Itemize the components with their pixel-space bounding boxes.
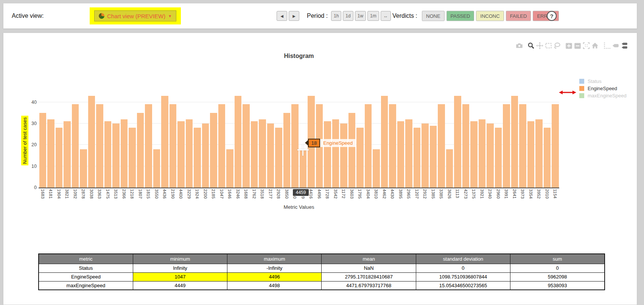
histogram-bar[interactable] bbox=[218, 104, 226, 188]
camera-icon[interactable] bbox=[516, 42, 523, 49]
histogram-bar[interactable] bbox=[112, 124, 120, 188]
histogram-bar[interactable] bbox=[479, 119, 486, 188]
histogram-bar[interactable] bbox=[356, 128, 364, 188]
period-1m-button[interactable]: 1m bbox=[367, 11, 379, 21]
histogram-bar[interactable] bbox=[446, 149, 453, 188]
lasso-select-icon[interactable] bbox=[554, 42, 561, 49]
x-tick-label: 1385 bbox=[431, 189, 436, 199]
histogram-bar[interactable] bbox=[202, 124, 209, 188]
verdict-failed-button[interactable]: FAILED bbox=[506, 11, 531, 21]
histogram-bar[interactable] bbox=[535, 119, 543, 188]
help-icon[interactable]: ? bbox=[547, 11, 557, 21]
histogram-bar[interactable] bbox=[527, 121, 535, 188]
table-row: StatusInfinity-InfinityNaN00 bbox=[39, 264, 605, 272]
histogram-bar[interactable] bbox=[137, 113, 144, 188]
hover-closest-icon[interactable] bbox=[612, 42, 619, 49]
histogram-bar[interactable] bbox=[283, 113, 291, 188]
histogram-bar[interactable] bbox=[405, 119, 412, 188]
pan-icon[interactable] bbox=[536, 42, 543, 49]
histogram-bar[interactable] bbox=[373, 149, 380, 188]
period-reset-button[interactable]: ↔ bbox=[381, 11, 391, 21]
histogram-bar[interactable] bbox=[291, 104, 299, 188]
histogram-bar[interactable] bbox=[153, 149, 160, 188]
histogram-bar[interactable] bbox=[397, 121, 404, 188]
histogram-bar[interactable] bbox=[365, 104, 372, 188]
histogram-bar[interactable] bbox=[259, 119, 266, 188]
histogram-bar[interactable] bbox=[381, 96, 388, 188]
histogram-bar[interactable] bbox=[104, 121, 112, 188]
histogram-bar[interactable] bbox=[414, 128, 421, 188]
x-tick-label: 1924 bbox=[195, 189, 199, 199]
x-tick-label: 3385 bbox=[439, 189, 443, 199]
verdict-none-button[interactable]: NONE bbox=[422, 11, 445, 21]
zoom-icon[interactable] bbox=[527, 42, 535, 49]
plot-area[interactable]: 18 EngineSpeed 4459 bbox=[39, 94, 559, 188]
histogram-bar[interactable] bbox=[470, 121, 478, 188]
histogram-bar[interactable] bbox=[170, 104, 177, 188]
histogram-bar[interactable] bbox=[267, 124, 274, 188]
histogram-bar[interactable] bbox=[324, 121, 331, 188]
histogram-bar[interactable] bbox=[161, 96, 168, 188]
view-selector-dropdown[interactable]: Chart view (PREVIEW) ▼ bbox=[94, 11, 176, 22]
histogram-bar[interactable] bbox=[210, 113, 217, 188]
histogram-bar[interactable] bbox=[72, 104, 79, 188]
period-1h-button[interactable]: 1h bbox=[331, 11, 341, 21]
box-select-icon[interactable] bbox=[545, 42, 552, 49]
histogram-bar[interactable] bbox=[544, 128, 551, 188]
histogram-bar[interactable] bbox=[235, 96, 242, 188]
histogram-bar[interactable] bbox=[340, 124, 347, 188]
x-tick-label: 3246 bbox=[236, 189, 240, 199]
histogram-bar[interactable] bbox=[226, 149, 233, 188]
histogram-bar[interactable] bbox=[121, 119, 128, 188]
x-tick-label: 1815 bbox=[146, 189, 151, 199]
histogram-bar[interactable] bbox=[430, 126, 437, 188]
histogram-bar[interactable] bbox=[56, 128, 63, 188]
histogram-bar[interactable] bbox=[177, 121, 185, 188]
histogram-bar[interactable] bbox=[64, 121, 71, 188]
previous-period-button[interactable]: ◀ bbox=[277, 11, 287, 21]
histogram-bar[interactable] bbox=[47, 119, 54, 188]
x-tick-label: 1728 bbox=[325, 189, 330, 199]
histogram-bar[interactable] bbox=[552, 104, 559, 188]
histogram-bar[interactable] bbox=[454, 96, 461, 188]
histogram-bar[interactable] bbox=[511, 96, 518, 188]
spike-lines-icon[interactable] bbox=[603, 42, 610, 49]
period-1d-button[interactable]: 1d bbox=[343, 11, 353, 21]
histogram-bar[interactable] bbox=[348, 113, 356, 188]
histogram-bar[interactable] bbox=[503, 104, 510, 188]
histogram-bar[interactable] bbox=[96, 104, 103, 188]
histogram-bar[interactable] bbox=[186, 119, 193, 188]
verdict-inconc-button[interactable]: INCONC bbox=[476, 11, 504, 21]
verdict-passed-button[interactable]: PASSED bbox=[446, 11, 474, 21]
histogram-bar[interactable] bbox=[39, 113, 47, 188]
histogram-bar[interactable] bbox=[422, 124, 429, 188]
histogram-bar[interactable] bbox=[194, 128, 201, 188]
histogram-bar[interactable] bbox=[332, 119, 339, 188]
histogram-bar[interactable] bbox=[462, 104, 470, 188]
histogram-bar[interactable] bbox=[145, 104, 152, 188]
histogram-bar[interactable] bbox=[80, 149, 87, 188]
histogram-bar[interactable] bbox=[88, 96, 95, 188]
histogram-bar[interactable] bbox=[495, 128, 502, 188]
legend-item-enginespeed[interactable]: EngineSpeed bbox=[579, 85, 627, 92]
histogram-bar[interactable] bbox=[251, 121, 258, 188]
histogram-bar[interactable] bbox=[519, 104, 526, 188]
x-tick-label: 4181 bbox=[48, 189, 53, 199]
x-tick-label: 1683 bbox=[40, 189, 45, 199]
legend-item-status[interactable]: Status bbox=[579, 78, 627, 85]
histogram-bar[interactable] bbox=[243, 104, 250, 188]
hover-compare-icon[interactable] bbox=[621, 42, 628, 49]
period-1w-button[interactable]: 1w bbox=[355, 11, 366, 21]
zoom-in-icon[interactable] bbox=[565, 42, 572, 49]
next-period-button[interactable]: ▶ bbox=[289, 11, 299, 21]
zoom-out-icon[interactable] bbox=[574, 42, 581, 49]
legend-item-maxenginespeed[interactable]: maxEngineSpeed bbox=[579, 92, 627, 99]
histogram-bar[interactable] bbox=[438, 104, 445, 188]
reset-axes-home-icon[interactable] bbox=[591, 42, 599, 49]
histogram-bar[interactable] bbox=[487, 124, 494, 188]
autoscale-icon[interactable] bbox=[583, 42, 590, 49]
histogram-bar[interactable] bbox=[389, 104, 396, 188]
histogram-bar[interactable] bbox=[129, 128, 136, 188]
statistics-table: metricminimummaximummeanstandard deviati… bbox=[38, 253, 605, 290]
histogram-bar[interactable] bbox=[275, 128, 282, 188]
